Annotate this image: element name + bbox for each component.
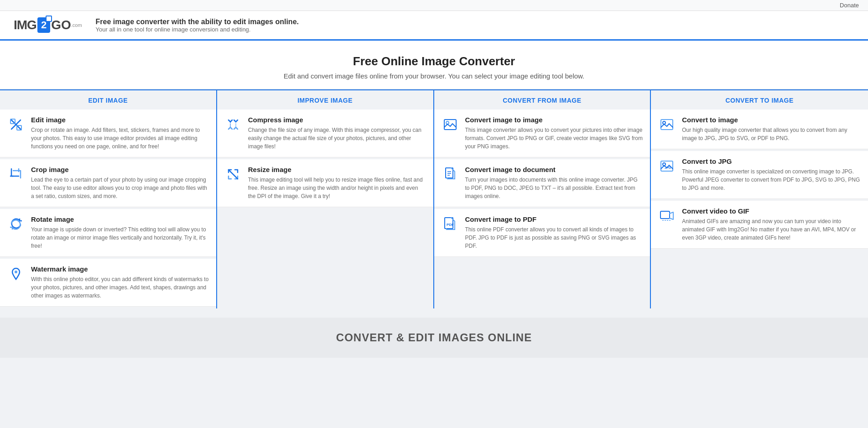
svg-rect-12 [446,168,453,178]
column-0: EDIT IMAGE Edit imageCrop or rotate an i… [0,90,217,308]
svg-text:PDF: PDF [447,223,454,227]
card-title-2-1: Convert image to document [465,166,643,173]
main-content: EDIT IMAGE Edit imageCrop or rotate an i… [0,89,868,318]
to-img-icon [658,116,676,133]
card-content-0-3: Watermark imageWith this online photo ed… [31,265,209,300]
card-desc-0-3: With this online photo editor, you can a… [31,275,209,300]
hero-section: Free Online Image Converter Edit and con… [0,41,868,89]
card-content-3-0: Convert to imageOur high quality image c… [682,116,861,142]
rotate-icon [7,215,25,233]
card-desc-1-0: Change the file size of any image. With … [248,126,426,151]
card-3-1[interactable]: JPG Convert to JPGThis online image conv… [651,151,868,199]
card-content-0-2: Rotate imageYour image is upside down or… [31,215,209,250]
column-3: CONVERT TO IMAGE Convert to imageOur hig… [651,90,868,308]
card-0-3[interactable]: Watermark imageWith this online photo ed… [0,259,216,307]
card-title-3-1: Convert to JPG [682,157,861,165]
column-1: IMPROVE IMAGE Compress imageChange the f… [217,90,434,308]
card-title-0-0: Edit image [31,116,209,124]
footer-title: CONVERT & EDIT IMAGES ONLINE [9,331,859,344]
img-to-img-icon [442,116,459,133]
card-2-2[interactable]: PDF Convert image to PDFThis online PDF … [434,209,650,257]
card-content-1-1: Resize imageThis image editing tool will… [248,166,426,200]
donate-link[interactable]: Donate [840,2,859,9]
card-content-1-0: Compress imageChange the file size of an… [248,116,426,151]
card-content-2-1: Convert image to documentTurn your image… [465,166,643,200]
header-tagline: Free image converter with the ability to… [96,18,299,33]
card-desc-0-2: Your image is upside down or inverted? T… [31,225,209,250]
card-0-2[interactable]: Rotate imageYour image is upside down or… [0,209,216,257]
card-3-0[interactable]: Convert to imageOur high quality image c… [651,110,868,149]
card-0-0[interactable]: Edit imageCrop or rotate an image. Add f… [0,110,216,157]
card-content-3-2: Convert video to GIFAnimated GIFs are am… [682,207,861,242]
columns-container: EDIT IMAGE Edit imageCrop or rotate an i… [0,89,868,308]
svg-point-6 [15,271,17,273]
card-desc-3-2: Animated GIFs are amazing and now you ca… [682,217,861,242]
edit-icon [7,116,25,133]
card-title-3-0: Convert to image [682,116,861,124]
column-header-2: CONVERT FROM IMAGE [434,90,650,110]
card-title-1-1: Resize image [248,166,426,173]
resize-icon [224,166,242,183]
hero-subtitle: Edit and convert image files online from… [9,72,859,80]
logo[interactable]: IMG 2 GO.com [14,17,82,33]
svg-rect-10 [444,120,456,130]
column-header-0: EDIT IMAGE [0,90,216,110]
watermark-icon [7,265,25,282]
img-to-doc-icon [442,166,459,183]
card-title-2-2: Convert image to PDF [465,215,643,223]
card-title-1-0: Compress image [248,116,426,124]
svg-text:JPG: JPG [665,166,671,169]
card-content-3-1: Convert to JPGThis online image converte… [682,157,861,192]
card-3-2[interactable]: Convert video to GIFAnimated GIFs are am… [651,201,868,249]
logo-com-text: .com [71,22,82,28]
card-title-3-2: Convert video to GIF [682,207,861,215]
header: IMG 2 GO.com Free image converter with t… [0,11,868,41]
card-title-0-3: Watermark image [31,265,209,273]
video-to-gif-icon [658,207,676,224]
card-title-0-1: Crop image [31,166,209,173]
card-2-0[interactable]: Convert image to imageThis image convert… [434,110,650,157]
compress-icon [224,116,242,133]
svg-line-9 [229,170,238,179]
card-1-1[interactable]: Resize imageThis image editing tool will… [217,159,433,207]
card-title-2-0: Convert image to image [465,116,643,124]
hero-title: Free Online Image Converter [9,54,859,68]
card-0-1[interactable]: Crop imageLead the eye to a certain part… [0,159,216,207]
card-desc-3-0: Our high quality image converter that al… [682,126,861,142]
card-2-1[interactable]: Convert image to documentTurn your image… [434,159,650,207]
tagline-main: Free image converter with the ability to… [96,18,299,26]
logo-2-box: 2 [37,17,50,33]
column-header-3: CONVERT TO IMAGE [651,90,868,110]
card-content-0-1: Crop imageLead the eye to a certain part… [31,166,209,200]
tagline-sub: Your all in one tool for online image co… [96,26,299,33]
card-desc-3-1: This online image converter is specializ… [682,167,861,192]
card-desc-2-0: This image converter allows you to conve… [465,126,643,151]
card-1-0[interactable]: Compress imageChange the file size of an… [217,110,433,157]
svg-rect-18 [661,120,673,130]
card-desc-1-1: This image editing tool will help you to… [248,176,426,200]
card-desc-0-1: Lead the eye to a certain part of your p… [31,176,209,200]
card-content-2-0: Convert image to imageThis image convert… [465,116,643,151]
svg-rect-23 [660,211,670,219]
card-desc-2-2: This online PDF converter allows you to … [465,225,643,250]
footer-section: CONVERT & EDIT IMAGES ONLINE [0,318,868,358]
card-title-0-2: Rotate image [31,215,209,223]
column-2: CONVERT FROM IMAGE Convert image to imag… [434,90,651,308]
card-content-2-2: Convert image to PDFThis online PDF conv… [465,215,643,250]
crop-icon [7,166,25,183]
card-desc-2-1: Turn your images into documents with thi… [465,176,643,200]
column-header-1: IMPROVE IMAGE [217,90,433,110]
logo-img-text: IMG [14,18,36,32]
card-desc-0-0: Crop or rotate an image. Add filters, te… [31,126,209,151]
to-jpg-icon: JPG [658,157,676,175]
card-content-0-0: Edit imageCrop or rotate an image. Add f… [31,116,209,151]
img-to-pdf-icon: PDF [442,215,459,233]
logo-go-text: GO [51,18,71,32]
top-bar: Donate [0,0,868,11]
